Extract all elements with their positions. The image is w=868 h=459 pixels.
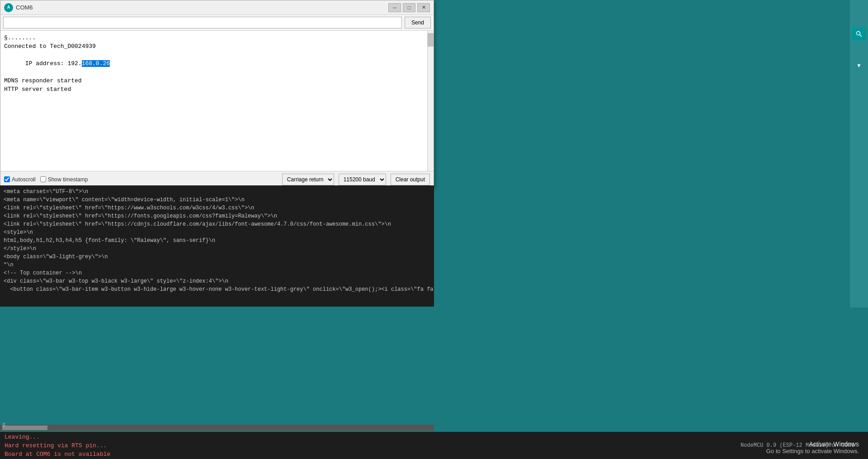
code-line-5: <link rel=\"stylesheet\" href=\"https://… [4,220,430,228]
output-line-4: MDNS responder started [4,76,430,85]
horizontal-scrollbar[interactable] [0,425,434,431]
output-line-5: HTTP server started [4,85,430,94]
code-line-9: <body class=\"w3-light-grey\">\n [4,253,430,261]
minimize-button[interactable]: ─ [388,3,401,12]
activate-windows-title: Activate Windows [766,440,859,448]
h-scrollbar-thumb [2,426,47,430]
baud-rate-select[interactable]: 300 baud 1200 baud 2400 baud 4800 baud 9… [339,174,386,185]
code-line-6: <style>\n [4,228,430,237]
maximize-button[interactable]: □ [403,3,415,12]
autoscroll-checkbox[interactable] [4,176,10,182]
show-timestamp-label[interactable]: Show timestamp [40,176,88,183]
send-button[interactable]: Send [405,17,431,28]
code-line-1: <meta charset=\"UTF-8\">\n [4,188,430,196]
right-panel: ▼ [850,0,868,308]
code-line-10: "\n [4,261,430,269]
window-title: COM6 [16,4,388,11]
ip-prefix: IP address: 192. [25,60,82,67]
status-line-1: Leaving... [5,433,741,441]
code-line-3: <link rel=\"stylesheet\" href=\"https://… [4,204,430,212]
code-line-12: <div class=\"w3-bar w3-top w3-black w3-l… [4,277,430,285]
code-line-8: </style>\n [4,245,430,253]
app-icon: A [4,3,13,12]
status-bar: Leaving... Hard resetting via RTS pin...… [0,432,868,459]
output-area: §........ Connected to Tech_D0024939 IP … [0,31,434,171]
carriage-return-select[interactable]: No line ending Newline Carriage return B… [282,174,334,185]
output-line-2: Connected to Tech_D0024939 [4,42,430,51]
code-area: <meta charset=\"UTF-8\">\n <meta name=\"… [0,185,434,307]
code-line-11: <!-- Top container -->\n [4,269,430,277]
ip-highlight: 168.0.26 [82,60,110,67]
scrollbar-thumb [428,33,434,47]
search-button[interactable] [852,27,866,41]
svg-point-0 [857,32,860,35]
status-messages: Leaving... Hard resetting via RTS pin...… [5,433,741,459]
clear-output-button[interactable]: Clear output [391,174,430,185]
status-line-2: Hard resetting via RTS pin... [5,441,741,450]
svg-line-1 [860,35,862,37]
code-line-4: <link rel=\"stylesheet\" href=\"https://… [4,212,430,220]
close-button[interactable]: ✕ [417,3,430,12]
output-line-3: IP address: 192.168.0.26 [4,51,430,76]
output-line-1: §........ [4,33,430,42]
page-number: 8 [2,422,5,428]
show-timestamp-checkbox[interactable] [40,176,46,182]
status-line-3: Board at COM6 is not available [5,450,741,459]
serial-monitor-window: A COM6 ─ □ ✕ Send §........ Connected to… [0,0,434,188]
code-line-13: <button class=\"w3-bar-item w3-button w3… [4,285,430,293]
serial-input[interactable] [3,17,402,28]
bottom-toolbar: Autoscroll Show timestamp No line ending… [0,171,434,187]
activate-windows-subtitle: Go to Settings to activate Windows. [766,448,859,454]
dropdown-arrow-button[interactable]: ▼ [852,59,866,72]
window-controls: ─ □ ✕ [388,3,430,12]
title-bar: A COM6 ─ □ ✕ [0,0,434,15]
code-line-7: html,body,h1,h2,h3,h4,h5 {font-family: \… [4,237,430,245]
input-area: Send [0,15,434,31]
activate-windows-notice: Activate Windows Go to Settings to activ… [766,440,859,454]
autoscroll-label[interactable]: Autoscroll [4,176,36,183]
output-scrollbar[interactable] [427,31,434,171]
code-line-2: <meta name=\"viewport\" content=\"width=… [4,196,430,204]
